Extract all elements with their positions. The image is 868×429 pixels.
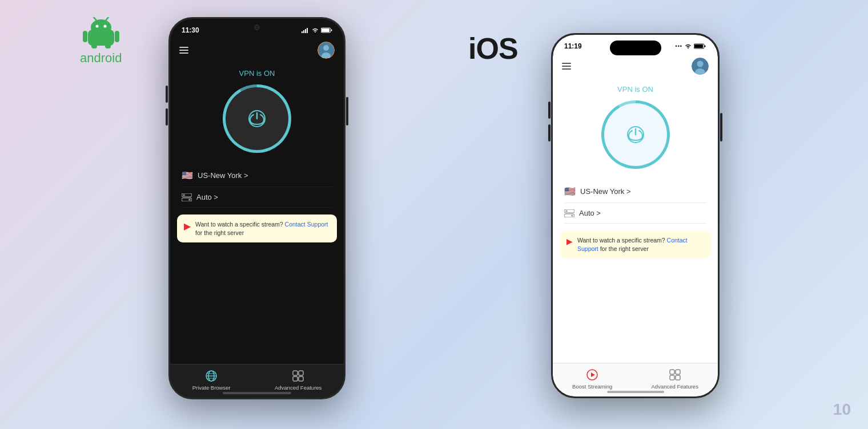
ios-time: 11:19 xyxy=(564,42,582,50)
android-frame: 11:30 xyxy=(168,17,345,399)
hamburger-menu[interactable] xyxy=(179,47,188,54)
ios-nav-advanced-features[interactable]: Advanced Features xyxy=(652,368,698,390)
ios-protocol-icon xyxy=(564,209,574,217)
svg-rect-15 xyxy=(322,29,329,32)
android-globe-icon xyxy=(204,369,218,383)
vol-up-button[interactable] xyxy=(166,86,168,103)
android-section: android xyxy=(80,17,122,66)
android-nav-private-browser[interactable]: Private Browser xyxy=(192,369,231,391)
ios-vpn-status: VPN is ON xyxy=(617,85,653,94)
svg-rect-42 xyxy=(565,210,568,212)
svg-rect-35 xyxy=(694,44,703,48)
svg-point-1 xyxy=(91,19,111,35)
front-camera xyxy=(254,25,260,30)
svg-rect-49 xyxy=(670,375,674,380)
svg-rect-12 xyxy=(305,29,306,33)
power-button[interactable] xyxy=(346,97,348,126)
android-notif-icon: ▶ xyxy=(184,221,191,232)
android-status-icons xyxy=(302,27,332,33)
ios-play-icon xyxy=(585,368,599,382)
ios-avatar[interactable] xyxy=(692,58,709,75)
android-avatar-img xyxy=(318,42,335,59)
ios-dynamic-island xyxy=(610,41,661,55)
vol-down-button[interactable] xyxy=(166,108,168,126)
ios-grid-icon xyxy=(668,368,682,382)
android-label: android xyxy=(80,51,122,66)
ios-power-inner xyxy=(604,103,667,166)
ios-server-row[interactable]: 🇺🇸 US-New York > xyxy=(564,180,706,203)
svg-rect-33 xyxy=(299,377,303,381)
ios-nav-boost-streaming[interactable]: Boost Streaming xyxy=(572,368,612,390)
svg-point-38 xyxy=(697,61,704,67)
ios-protocol-row[interactable]: Auto > xyxy=(564,203,706,224)
svg-line-4 xyxy=(94,17,97,21)
ios-power-icon xyxy=(625,124,646,145)
ios-notif-icon: ▶ xyxy=(566,237,573,246)
android-nav-advanced-features[interactable]: Advanced Features xyxy=(275,369,322,391)
android-notif-text: Want to watch a specific stream? Contact… xyxy=(195,220,330,237)
ios-phone: 11:19 ••• xyxy=(551,33,720,398)
android-server-info: 🇺🇸 US-New York > Auto > xyxy=(170,164,344,208)
android-flag-icon: 🇺🇸 xyxy=(182,170,193,181)
ios-notif-suffix: for the right server xyxy=(600,245,649,252)
ios-carrier-icon: ••• xyxy=(676,43,682,49)
svg-rect-10 xyxy=(302,31,303,33)
svg-rect-13 xyxy=(307,28,308,33)
android-notif-link[interactable]: Contact Support xyxy=(285,221,328,228)
android-app-header xyxy=(170,37,344,63)
svg-rect-50 xyxy=(676,375,680,380)
ios-power-button[interactable] xyxy=(601,100,670,169)
android-screen: 11:30 xyxy=(170,19,344,398)
battery-icon xyxy=(321,27,332,33)
ios-nav-boost-streaming-label: Boost Streaming xyxy=(572,383,612,390)
android-grid-icon xyxy=(291,369,305,383)
ios-notification-banner: ▶ Want to watch a specific stream? Conta… xyxy=(560,230,711,258)
android-avatar[interactable] xyxy=(318,42,335,59)
android-power-inner xyxy=(226,87,288,150)
grid-icon xyxy=(292,370,304,382)
android-notif-suffix: for the right server xyxy=(195,229,244,236)
hamburger-line-1 xyxy=(179,47,188,48)
svg-rect-30 xyxy=(293,371,298,375)
ios-screen: 11:19 ••• xyxy=(553,35,718,396)
ios-hamburger-menu[interactable] xyxy=(562,63,571,70)
svg-rect-11 xyxy=(303,30,304,33)
android-notif-prefix: Want to watch a specific stream? xyxy=(195,221,283,228)
android-nav-private-browser-label: Private Browser xyxy=(192,385,231,391)
svg-rect-22 xyxy=(183,194,185,196)
ios-vol-up-button[interactable] xyxy=(548,102,550,119)
svg-line-5 xyxy=(106,17,108,21)
svg-rect-31 xyxy=(299,371,303,375)
ios-nav-advanced-features-label: Advanced Features xyxy=(652,383,698,390)
svg-rect-9 xyxy=(105,43,111,48)
ios-battery-icon xyxy=(694,43,706,49)
android-nav-advanced-features-label: Advanced Features xyxy=(275,385,322,391)
android-protocol-row[interactable]: Auto > xyxy=(182,187,332,208)
svg-point-3 xyxy=(103,25,106,28)
ios-vol-down-button[interactable] xyxy=(548,124,550,141)
android-logo-icon xyxy=(81,17,121,48)
android-time: 11:30 xyxy=(182,26,199,34)
ios-grid-icon-svg xyxy=(669,369,681,381)
hamburger-line-2 xyxy=(179,50,188,51)
power-icon xyxy=(247,108,267,129)
svg-marker-46 xyxy=(591,373,595,377)
svg-rect-8 xyxy=(91,43,97,48)
android-vpn-status: VPN is ON xyxy=(239,69,275,78)
android-vpn-content: VPN is ON 🇺🇸 US-New York xyxy=(170,63,344,208)
ios-wifi-icon xyxy=(684,43,692,49)
svg-rect-6 xyxy=(83,31,87,42)
ios-server-name: US-New York > xyxy=(580,187,706,196)
android-server-row[interactable]: 🇺🇸 US-New York > xyxy=(182,164,332,187)
ios-power-button[interactable] xyxy=(720,113,722,141)
ios-hamburger-line-3 xyxy=(562,68,571,70)
android-power-button[interactable] xyxy=(223,84,291,153)
globe-icon xyxy=(205,370,218,382)
svg-point-2 xyxy=(95,25,98,28)
svg-rect-16 xyxy=(331,30,332,31)
ios-notif-text: Want to watch a specific stream? Contact… xyxy=(577,236,704,253)
ios-status-icons: ••• xyxy=(676,43,706,49)
ios-flag-icon: 🇺🇸 xyxy=(564,186,576,197)
android-phone: 11:30 xyxy=(168,17,345,399)
svg-rect-44 xyxy=(571,214,573,216)
